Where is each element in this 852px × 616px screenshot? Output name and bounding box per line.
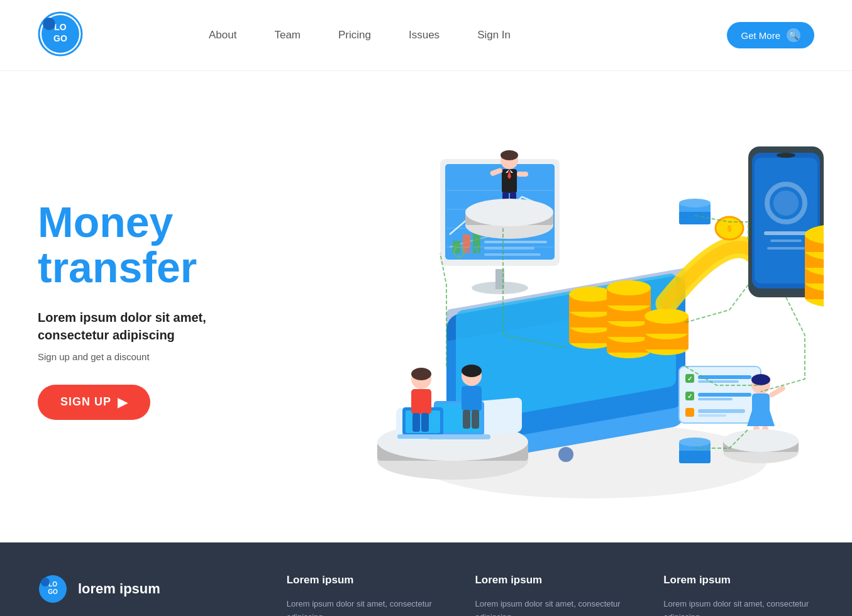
svg-point-10 xyxy=(558,447,573,462)
nav-about[interactable]: About xyxy=(209,29,236,41)
footer-col-1-title: Lorem ipsum xyxy=(287,574,438,586)
footer-logo-row: LO GO lorem ipsum xyxy=(38,574,249,604)
footer-col-3-item-1: Lorem ipsum dolor sit amet, consectetur … xyxy=(663,598,814,616)
svg-text:LO: LO xyxy=(54,22,67,32)
hero-section: Money transfer Lorem ipsum dolor sit ame… xyxy=(0,71,852,542)
footer-col-3: Lorem ipsum Lorem ipsum dolor sit amet, … xyxy=(663,574,814,616)
svg-point-104 xyxy=(411,368,431,380)
footer-col-2: Lorem ipsum Lorem ipsum dolor sit amet, … xyxy=(475,574,626,616)
svg-rect-107 xyxy=(463,410,470,429)
main-nav: About Team Pricing Issues Sign In xyxy=(209,29,727,41)
footer-logo-icon: LO GO xyxy=(38,574,68,604)
arrow-icon: ▶ xyxy=(118,395,128,410)
svg-rect-106 xyxy=(462,386,482,411)
svg-rect-119 xyxy=(685,408,694,417)
hero-description: Sign up and get a discount xyxy=(38,351,277,362)
nav-pricing[interactable]: Pricing xyxy=(338,29,371,41)
hero-illustration: $ xyxy=(289,96,824,524)
footer: LO GO lorem ipsum Lorem ipsum dolor sit … xyxy=(0,542,852,616)
svg-rect-86 xyxy=(517,172,528,177)
svg-rect-118 xyxy=(698,398,733,400)
get-more-label: Get More xyxy=(741,30,780,41)
svg-text:$: $ xyxy=(728,224,732,233)
signup-label: SIGN UP xyxy=(60,395,111,409)
svg-rect-73 xyxy=(484,247,534,250)
svg-text:GO: GO xyxy=(53,33,67,43)
svg-text:✓: ✓ xyxy=(687,393,692,400)
signup-button[interactable]: SIGN UP ▶ xyxy=(38,385,150,420)
svg-rect-137 xyxy=(679,449,711,463)
svg-point-17 xyxy=(569,287,613,302)
svg-rect-102 xyxy=(412,413,420,432)
footer-col-1-item-1: Lorem ipsum dolor sit amet, consectetur … xyxy=(287,598,438,616)
svg-point-89 xyxy=(465,199,553,226)
logo: LO GO xyxy=(38,11,83,59)
footer-col-2-title: Lorem ipsum xyxy=(475,574,626,586)
svg-text:LO: LO xyxy=(48,581,57,588)
svg-rect-42 xyxy=(767,247,805,250)
svg-rect-108 xyxy=(472,410,479,429)
svg-point-37 xyxy=(777,153,795,158)
get-more-button[interactable]: Get More 🔍 xyxy=(727,22,814,48)
svg-text:✓: ✓ xyxy=(687,375,692,382)
svg-point-4 xyxy=(43,18,55,30)
svg-rect-41 xyxy=(770,239,802,242)
svg-rect-103 xyxy=(421,413,429,432)
search-icon: 🔍 xyxy=(787,28,800,42)
isometric-scene: $ xyxy=(289,96,824,517)
header: LO GO About Team Pricing Issues Sign In … xyxy=(0,0,852,71)
footer-col-1: Lorem ipsum Lorem ipsum dolor sit amet, … xyxy=(287,574,438,616)
footer-col-2-item-1: Lorem ipsum dolor sit amet, consectetur … xyxy=(475,598,626,616)
hero-subtitle: Lorem ipsum dolor sit amet,consectetur a… xyxy=(38,309,277,344)
svg-point-136 xyxy=(679,199,711,207)
svg-rect-101 xyxy=(411,389,431,414)
svg-rect-114 xyxy=(698,380,739,383)
svg-point-139 xyxy=(679,437,711,446)
footer-brand-name: lorem ipsum xyxy=(78,581,160,597)
footer-grid: LO GO lorem ipsum Lorem ipsum dolor sit … xyxy=(38,574,814,616)
svg-point-26 xyxy=(607,280,651,295)
nav-signin[interactable]: Sign In xyxy=(477,29,511,41)
svg-rect-74 xyxy=(484,253,541,256)
hero-content: Money transfer Lorem ipsum dolor sit ame… xyxy=(38,200,277,420)
footer-col-3-title: Lorem ipsum xyxy=(663,574,814,586)
svg-point-109 xyxy=(462,365,482,377)
footer-brand-col: LO GO lorem ipsum Lorem ipsum dolor sit … xyxy=(38,574,249,616)
svg-rect-72 xyxy=(484,241,547,243)
svg-rect-99 xyxy=(397,434,448,439)
svg-point-39 xyxy=(773,190,799,216)
svg-point-133 xyxy=(723,429,799,452)
svg-point-76 xyxy=(501,150,518,160)
svg-rect-134 xyxy=(679,211,711,224)
hero-title: Money transfer xyxy=(38,200,277,290)
svg-rect-117 xyxy=(698,393,751,397)
nav-team[interactable]: Team xyxy=(274,29,301,41)
svg-rect-121 xyxy=(698,414,726,417)
nav-issues[interactable]: Issues xyxy=(409,29,440,41)
svg-rect-40 xyxy=(764,231,808,235)
svg-point-143 xyxy=(41,578,50,586)
svg-rect-120 xyxy=(698,409,745,413)
info-panel: ✓ ✓ xyxy=(679,366,761,423)
svg-text:GO: GO xyxy=(48,588,58,595)
svg-point-123 xyxy=(751,374,770,385)
